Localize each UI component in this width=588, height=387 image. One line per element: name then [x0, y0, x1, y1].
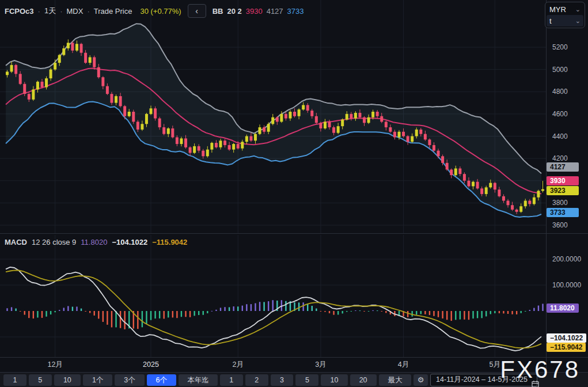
price-axis[interactable]: 52005000480046004400420038003600200.0000… [547, 0, 588, 372]
range-toolbar: 1天5天10天1个月3个月6个月本年迄今1年2年3年5年10年20年最大值 ⚙ … [0, 372, 588, 387]
range-button-6个月[interactable]: 6个月 [147, 374, 176, 386]
range-button-3个月[interactable]: 3个月 [115, 374, 144, 386]
chevron-down-icon: ⌄ [575, 6, 581, 13]
bb-indicator-name[interactable]: BB [213, 7, 223, 16]
chevron-left-icon: ‹ [195, 6, 198, 16]
bb-indicator-params: 20 2 [227, 7, 241, 16]
unit-dropdown[interactable]: t ⌄ [547, 15, 583, 26]
bb-upper-value: 4127 [267, 7, 283, 16]
price-tick-label: 3800 [552, 198, 568, 207]
time-axis-label: 12月 [47, 359, 62, 370]
chart-window: FCPOc3 · 1天 · MDX · Trade Price 30 (+0.7… [0, 0, 588, 387]
macd-indicator-name[interactable]: MACD [5, 238, 27, 246]
price-tick-label: 3600 [552, 221, 568, 230]
bb-basis-value: 3930 [246, 7, 263, 16]
macd-tick-label: 200.0000 [552, 255, 581, 264]
price-tick-label: 4600 [552, 109, 568, 119]
time-axis-label: 3月 [315, 359, 326, 370]
range-button-3年[interactable]: 3年 [271, 374, 294, 386]
range-button-1年[interactable]: 1年 [220, 374, 243, 386]
time-axis-label: 2025 [143, 359, 159, 370]
macd-hist-badge: 11.8020 [547, 303, 579, 313]
interval-label[interactable]: 1天 [44, 6, 56, 16]
bb-lower-badge: 3733 [547, 208, 579, 217]
chevron-down-icon: ⌄ [575, 17, 581, 25]
price-tick-label: 4200 [552, 154, 568, 163]
range-button-10年[interactable]: 10年 [321, 374, 347, 386]
price-chart-canvas[interactable] [0, 0, 546, 234]
range-button-20年[interactable]: 20年 [350, 374, 377, 386]
separator-dot: · [87, 7, 89, 16]
date-range-text: 14-11月-2024 – 14-5月-2025 [436, 375, 528, 385]
range-button-10天[interactable]: 10天 [54, 374, 81, 386]
range-button-本年迄今[interactable]: 本年迄今 [179, 374, 218, 386]
last-price-badge: 3923 [547, 186, 579, 195]
price-tick-label: 5200 [552, 43, 568, 52]
currency-dropdown[interactable]: MYR ⌄ [547, 3, 583, 15]
exchange-label: MDX [67, 7, 84, 16]
macd-hist-value: 11.8020 [81, 238, 107, 246]
macd-chart-canvas[interactable] [0, 235, 546, 357]
separator-dot: · [38, 7, 40, 16]
bb-upper-badge: 4127 [547, 162, 579, 172]
change-value: 30 (+0.77%) [140, 7, 181, 16]
collapse-legend-button[interactable]: ‹ [188, 4, 206, 18]
date-range-picker[interactable]: 14-11月-2024 – 14-5月-2025 [430, 374, 537, 386]
gear-icon: ⚙ [418, 375, 424, 384]
range-button-5天[interactable]: 5天 [29, 374, 52, 386]
range-button-2年[interactable]: 2年 [245, 374, 268, 386]
macd-signal-value: −115.9042 [152, 238, 187, 246]
macd-legend: MACD 12 26 close 9 11.8020 −104.1022 −11… [5, 238, 187, 246]
macd-line-badge: −104.1022 [547, 333, 586, 343]
time-axis-label: 2月 [232, 359, 243, 370]
symbol-legend: FCPOc3 · 1天 · MDX · Trade Price 30 (+0.7… [5, 4, 304, 18]
panel-divider[interactable] [0, 233, 588, 234]
range-button-5年[interactable]: 5年 [295, 374, 318, 386]
price-tick-label: 5000 [552, 65, 568, 74]
range-button-1个月[interactable]: 1个月 [83, 374, 112, 386]
macd-line-value: −104.1022 [112, 238, 147, 246]
macd-tick-label: 100.0000 [552, 280, 581, 290]
range-button-最大值[interactable]: 最大值 [379, 374, 411, 386]
currency-value: MYR [549, 5, 566, 14]
series-type-label: Trade Price [94, 7, 132, 16]
bb-lower-value: 3733 [287, 7, 304, 16]
bb-basis-badge: 3930 [547, 176, 579, 185]
price-tick-label: 4800 [552, 87, 568, 96]
time-axis-label: 4月 [398, 359, 409, 370]
range-button-1天[interactable]: 1天 [3, 374, 26, 386]
macd-signal-badge: −115.9042 [547, 343, 586, 352]
separator-dot: · [60, 7, 62, 16]
price-tick-label: 4400 [552, 132, 568, 141]
unit-value: t [549, 17, 552, 25]
currency-unit-selector: MYR ⌄ t ⌄ [545, 2, 585, 28]
symbol-name[interactable]: FCPOc3 [5, 7, 34, 16]
chart-settings-button[interactable]: ⚙ [414, 374, 428, 386]
macd-indicator-params: 12 26 close 9 [32, 238, 76, 246]
time-axis[interactable]: 12月20252月3月4月5月 [0, 357, 546, 372]
time-axis-label: 5月 [490, 359, 500, 370]
range-buttons: 1天5天10天1个月3个月6个月本年迄今1年2年3年5年10年20年最大值 [3, 374, 411, 386]
